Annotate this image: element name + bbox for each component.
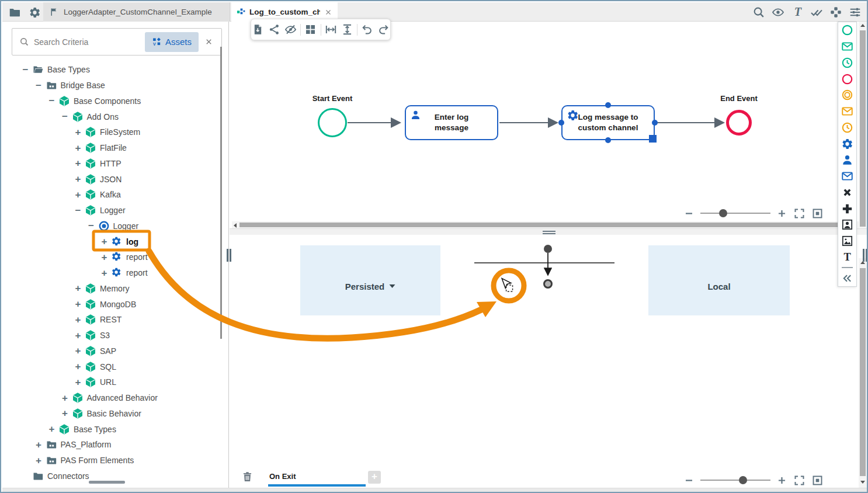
share-button[interactable] [268,23,281,37]
tree-item-filesystem[interactable]: +FileSystem [2,124,220,140]
expand-icon[interactable]: + [73,143,83,153]
palette-exclusive-gateway[interactable] [838,185,856,201]
end-event[interactable] [726,110,752,136]
tree-horizontal-scrollbar[interactable] [89,481,125,484]
tree-item-basic-behavior[interactable]: +Basic Behavior [2,406,220,422]
expand-icon[interactable]: + [73,331,83,341]
collapse-icon[interactable]: − [34,81,44,91]
expand-icon[interactable]: + [73,158,83,168]
tree-item-rest[interactable]: +REST [2,312,220,328]
search-input[interactable] [34,37,145,47]
text-style-button[interactable]: T [790,5,804,19]
palette-send-task[interactable] [838,168,856,185]
grid-layout-button[interactable] [304,23,317,37]
collapse-icon[interactable]: − [73,206,83,216]
search-button[interactable] [752,5,766,19]
tree-item-logger[interactable]: −Logger [2,218,220,234]
tree-item-json[interactable]: +JSON [2,171,220,187]
panel-divider[interactable] [230,228,868,235]
selection-handle-top[interactable] [605,102,611,108]
tree-item-add-ons[interactable]: −Add Ons [2,109,220,124]
tree-item-mongodb[interactable]: +MongoDB [2,296,220,312]
task-log-message-custom-channel[interactable]: Log message to custom channel [561,105,655,140]
expand-icon[interactable]: + [99,268,109,278]
selection-handle-bottom[interactable] [605,137,611,143]
settings-gear-button[interactable] [27,5,42,19]
hide-button[interactable] [284,23,297,37]
expand-icon[interactable]: + [73,299,83,309]
palette-portrait-element[interactable] [838,217,856,233]
canvas-horizontal-scrollbar[interactable] [232,221,859,228]
assets-filter-button[interactable]: V Assets [145,32,199,52]
zoom-in-button[interactable] [776,475,787,486]
expand-icon[interactable]: + [73,346,83,356]
top-canvas-vertical-scrollbar[interactable] [859,22,867,235]
palette-timer-start-event[interactable] [838,55,856,71]
tree-item-pas-form-elements[interactable]: +PAS Form Elements [2,453,220,468]
selection-resize-handle[interactable] [649,135,657,143]
fullscreen-button[interactable] [793,474,805,487]
match-height-button[interactable] [341,23,354,37]
tree-item-sap[interactable]: +SAP [2,343,220,359]
tab-on-exit[interactable]: On Exit [269,472,296,481]
tree-item-report[interactable]: +report [2,249,220,265]
preferences-button[interactable] [848,5,862,19]
task-enter-log-message[interactable]: Enter log message [405,105,498,140]
undo-button[interactable] [360,23,374,37]
palette-message-start-event[interactable] [838,39,856,55]
mapping-canvas[interactable]: Persisted Local On Exit + [230,235,859,488]
diagram-layout-button[interactable] [829,5,843,19]
persisted-lane[interactable]: Persisted [300,245,440,315]
right-panel-grip[interactable] [863,249,868,262]
zoom-in-button[interactable] [776,208,787,219]
palette-timer-intermediate-event[interactable] [838,120,856,136]
import-button[interactable] [251,23,265,37]
tree-item-logger[interactable]: −Logger [2,203,220,218]
palette-parallel-gateway[interactable] [838,200,856,217]
selection-handle-right[interactable] [652,120,658,126]
tree-item-base-types[interactable]: +Base Types [2,421,220,437]
expand-icon[interactable]: + [60,393,70,403]
expand-icon[interactable]: + [73,362,83,372]
tree-item-base-types[interactable]: −Base Types [2,62,220,78]
tree-item-pas-platform[interactable]: +PAS_Platform [2,437,220,453]
collapse-icon[interactable]: − [47,96,57,106]
lifeline-element[interactable] [463,241,650,305]
close-tab-icon[interactable] [324,8,332,16]
zoom-slider[interactable] [700,209,770,217]
expand-icon[interactable]: + [73,190,83,200]
project-tab[interactable]: LoggerAdapter_CustomChannel_Example [43,2,230,22]
tree-item-sql[interactable]: +SQL [2,359,220,374]
tree-item-memory[interactable]: +Memory [2,281,220,297]
validate-button[interactable] [810,5,824,19]
divider-drag-handle[interactable] [543,231,555,234]
palette-text-element[interactable]: T [838,249,856,266]
chevron-down-icon[interactable] [389,284,395,289]
zoom-out-button[interactable] [683,208,695,219]
zoom-slider[interactable] [700,476,770,484]
visibility-button[interactable] [771,5,785,19]
palette-user-task[interactable] [838,152,856,168]
collapse-icon[interactable]: − [86,221,96,231]
expand-icon[interactable]: + [34,456,44,466]
tree-item-report[interactable]: +report [2,265,220,281]
tree-item-kafka[interactable]: +Kafka [2,187,220,203]
expand-icon[interactable]: + [34,440,44,450]
palette-end-event[interactable] [838,71,856,87]
match-width-button[interactable] [324,23,337,37]
expand-icon[interactable]: + [99,252,109,262]
redo-button[interactable] [377,23,390,37]
palette-collapse-button[interactable] [838,270,856,286]
expand-icon[interactable]: + [73,315,83,325]
selection-handle-left[interactable] [558,120,564,126]
fit-to-screen-button[interactable] [811,474,824,487]
expand-icon[interactable]: + [47,424,57,434]
palette-intermediate-event[interactable] [838,87,856,103]
add-tab-button[interactable]: + [368,471,381,484]
fit-to-screen-button[interactable] [811,207,824,220]
collapse-icon[interactable]: − [60,112,70,121]
left-panel-grip[interactable] [227,249,232,262]
tree-item-log[interactable]: +log [2,234,220,249]
expand-icon[interactable]: + [73,127,83,137]
palette-start-event[interactable] [838,22,856,39]
